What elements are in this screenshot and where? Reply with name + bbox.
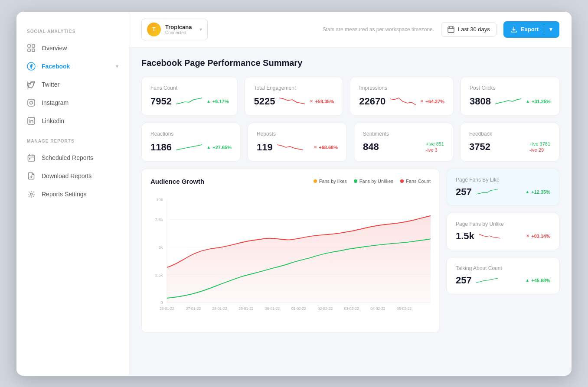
export-chevron-icon: ▾ (549, 26, 552, 33)
sidebar-item-twitter[interactable]: Twitter (16, 75, 129, 94)
feedback-label: Feedback (469, 131, 550, 137)
trend-up-icon2: ▲ (526, 99, 530, 104)
sentiments-pos: +ive 851 (426, 141, 444, 146)
post-clicks-label: Post Clicks (470, 85, 551, 91)
stat-card-impressions: Impressions 22670 ✕ +64.37% (350, 77, 454, 116)
sidebar-item-instagram[interactable]: Instagram (16, 94, 129, 112)
talking-about-value: 257 (456, 275, 472, 286)
facebook-chevron-icon: ▾ (116, 63, 118, 69)
brand-selector[interactable]: T Tropicana Connected ▾ (141, 19, 208, 40)
grid-icon (27, 44, 36, 52)
svg-text:29-01-22: 29-01-22 (238, 306, 253, 310)
sentiments-value: 848 (363, 141, 379, 153)
sidebar-item-scheduled-reports[interactable]: Scheduled Reports (16, 149, 129, 167)
svg-text:5k: 5k (158, 245, 163, 250)
right-panel: Page Fans By Like 257 ▲ +12.35% (447, 169, 559, 333)
fans-like-chart (476, 187, 498, 197)
right-stat-fans-like: Page Fans By Like 257 ▲ +12.35% (447, 169, 559, 206)
legend-dot-unlikes (354, 179, 357, 183)
sidebar-item-reports-settings[interactable]: Reports Settings (16, 185, 129, 203)
bottom-section: Audience Growth Fans by likes Fans by Un… (141, 169, 559, 333)
legend-fans-unlikes: Fans by Unlikes (354, 179, 393, 184)
engagement-trend: ✕ +58.35% (310, 99, 334, 104)
fans-count-trend-value: +6.17% (212, 99, 229, 104)
fans-unlike-label: Page Fans by Unlike (456, 221, 550, 227)
instagram-icon (27, 98, 36, 107)
legend-count-label: Fans Count (406, 179, 431, 184)
stat-card-fans-count: Fans Count 7952 ▲ +6.17% (141, 77, 238, 116)
svg-point-7 (33, 100, 34, 101)
engagement-chart (279, 95, 305, 107)
trend-up-icon: ▲ (206, 99, 211, 104)
svg-rect-3 (32, 49, 35, 52)
svg-text:7.5k: 7.5k (155, 217, 163, 222)
reactions-chart (176, 141, 202, 153)
date-range-button[interactable]: Last 30 days (441, 22, 497, 37)
svg-text:0: 0 (160, 300, 163, 305)
impressions-label: Impressions (359, 85, 444, 91)
header: T Tropicana Connected ▾ Stats are measur… (129, 12, 572, 48)
right-stat-talking-about: Talking About Count 257 ▲ +45.68% (447, 257, 559, 294)
impressions-trend-value: +64.37% (425, 99, 444, 104)
sidebar-item-linkedin[interactable]: Linkedin (16, 112, 129, 130)
svg-rect-12 (448, 27, 454, 33)
sidebar-item-download-reports[interactable]: Download Reports (16, 167, 129, 185)
fans-like-up-icon: ▲ (525, 189, 529, 194)
svg-rect-0 (28, 45, 30, 47)
feedback-extra: +ive 3781 -ive 29 (529, 141, 550, 153)
audience-growth-card: Audience Growth Fans by likes Fans by Un… (141, 169, 440, 333)
impressions-row: 22670 ✕ +64.37% (359, 95, 444, 107)
fans-count-trend: ▲ +6.17% (206, 99, 229, 104)
export-label: Export (521, 26, 539, 33)
reports-section-label: MANAGE REPORTS (16, 139, 129, 143)
sidebar-facebook-label: Facebook (42, 63, 70, 70)
scheduled-reports-label: Scheduled Reports (42, 154, 93, 161)
legend-dot-likes (314, 179, 317, 183)
analytics-section-label: SOCIAL ANALYTICS (16, 29, 129, 34)
sidebar-item-overview[interactable]: Overview (16, 39, 129, 57)
fans-unlike-value: 1.5k (456, 231, 474, 242)
svg-text:01-02-22: 01-02-22 (291, 306, 306, 310)
svg-text:10k: 10k (156, 197, 163, 202)
fans-like-trend-value: +12.35% (531, 189, 550, 195)
stat-cards-row1: Fans Count 7952 ▲ +6.17% Total Eng (141, 77, 559, 116)
reposts-trend: ✕ +68.68% (314, 145, 338, 150)
download-reports-label: Download Reports (42, 172, 91, 179)
sentiments-label: Sentiments (363, 131, 444, 137)
impressions-trend: ✕ +64.37% (420, 99, 444, 104)
feedback-neg: -ive 29 (529, 147, 550, 153)
legend-fans-likes: Fans by likes (314, 179, 347, 184)
stat-cards-row2: Reactions 1186 ▲ +27.65% Reposts (141, 123, 559, 162)
linkedin-icon (27, 117, 36, 125)
page-title: Facebook Page Performance Summary (141, 58, 559, 68)
trend-down-icon2: ✕ (420, 99, 424, 104)
trend-up-icon3: ▲ (206, 145, 211, 150)
svg-rect-1 (32, 45, 35, 47)
stat-card-total-engagement: Total Engagement 5225 ✕ +58.35% (245, 77, 343, 116)
export-button[interactable]: Export ▾ (503, 21, 559, 38)
fans-count-chart (176, 95, 202, 107)
twitter-icon (27, 80, 36, 89)
legend-fans-count: Fans Count (400, 179, 431, 184)
post-clicks-chart (495, 95, 521, 107)
svg-rect-10 (29, 158, 30, 159)
sidebar-item-facebook[interactable]: Facebook ▾ (16, 57, 129, 75)
post-clicks-value: 3808 (470, 96, 491, 107)
calendar-icon (27, 153, 36, 162)
fans-like-value: 257 (456, 186, 472, 198)
audience-growth-chart: 0 2.5k 5k 7.5k 10k (150, 192, 431, 322)
legend-likes-label: Fans by likes (319, 179, 347, 184)
reactions-value: 1186 (150, 142, 172, 153)
sidebar-linkedin-label: Linkedin (42, 117, 64, 124)
stat-card-post-clicks: Post Clicks 3808 ▲ +31.25% (461, 77, 560, 116)
fans-like-row: 257 ▲ +12.35% (456, 186, 550, 198)
brand-name: Tropicana (165, 24, 192, 30)
talking-about-trend: ▲ +45.68% (525, 278, 550, 283)
chart-legend: Fans by likes Fans by Unlikes Fans Count (314, 179, 431, 184)
stat-card-reactions: Reactions 1186 ▲ +27.65% (141, 123, 241, 162)
svg-rect-5 (28, 99, 35, 106)
stat-card-feedback: Feedback 3752 +ive 3781 -ive 29 (460, 123, 559, 162)
main-content: T Tropicana Connected ▾ Stats are measur… (129, 12, 572, 376)
reposts-chart (277, 141, 303, 153)
talking-about-row: 257 ▲ +45.68% (456, 275, 550, 286)
